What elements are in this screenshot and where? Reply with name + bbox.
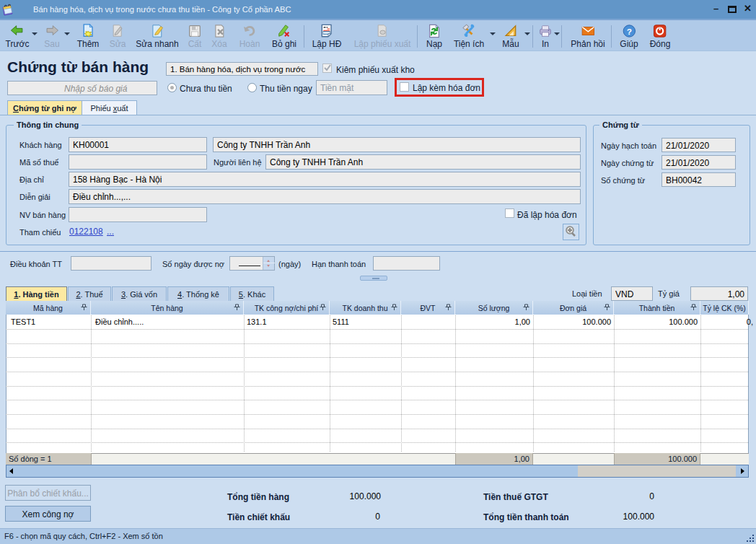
- svg-text:?: ?: [626, 27, 631, 37]
